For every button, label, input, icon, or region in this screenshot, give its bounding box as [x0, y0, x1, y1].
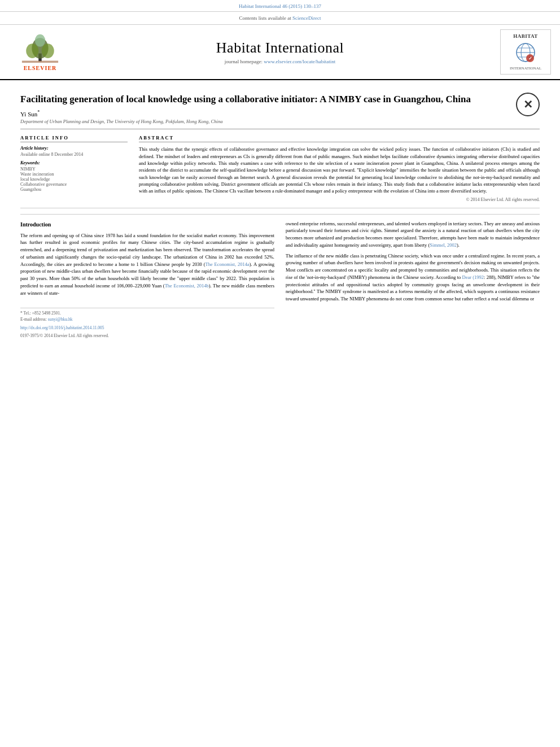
abstract-label: ABSTRACT	[139, 135, 540, 142]
intro-heading: Introduction	[20, 220, 274, 229]
article-affiliation: Department of Urban Planning and Design,…	[20, 119, 510, 124]
issn-line: 0197-3975/© 2014 Elsevier Ltd. All right…	[20, 333, 274, 339]
footer-notes: * Tel.: +852 5498 2501. E-mail address: …	[20, 308, 274, 339]
elsevier-brand-text: ELSEVIER	[24, 65, 57, 71]
svg-text:✓: ✓	[528, 56, 532, 61]
body-para-right-2: The influence of the new middle class is…	[286, 252, 540, 303]
abstract-column: ABSTRACT This study claims that the syne…	[139, 135, 540, 202]
habitat-logo-subtitle: INTERNATIONAL	[510, 66, 541, 71]
journal-reference-text: Habitat International 46 (2015) 130–137	[239, 3, 321, 9]
info-columns: ARTICLE INFO Article history: Available …	[20, 129, 540, 208]
keyword-local-knowledge: local knowledge	[20, 177, 128, 182]
article-title-section: Facilitating generation of local knowled…	[20, 87, 540, 129]
svg-rect-5	[22, 61, 58, 63]
article-title-text: Facilitating generation of local knowled…	[20, 93, 510, 124]
article-history-label: Article history:	[20, 146, 128, 151]
body-column-right: owned enterprise reforms, successful ent…	[286, 220, 540, 339]
article-author: Yi Sun*	[20, 110, 510, 117]
journal-title: Habitat International	[71, 40, 489, 56]
journal-reference-bar: Habitat International 46 (2015) 130–137	[0, 0, 560, 12]
habitat-logo-area: HABITAT ✓ INTERNATIONAL	[489, 29, 551, 75]
crossmark-badge: ✕	[516, 93, 540, 116]
elsevier-tree-icon	[20, 33, 60, 64]
email-link[interactable]: sunyi@hku.hk	[48, 317, 73, 322]
body-column-left: Introduction The reform and opening up o…	[20, 220, 274, 339]
svg-point-2	[26, 43, 38, 58]
simmel-2002-link[interactable]: Simmel, 2002	[430, 242, 457, 248]
body-para-1: The reform and opening up of China since…	[20, 232, 274, 297]
main-content: Facilitating generation of local knowled…	[0, 80, 560, 344]
author-name: Yi Sun	[20, 110, 37, 117]
homepage-label: journal homepage:	[225, 59, 262, 64]
section-divider	[20, 214, 540, 215]
keyword-nimby: NIMBY	[20, 167, 128, 172]
habitat-globe-icon: ✓	[514, 41, 537, 64]
abstract-text: This study claims that the synergic effe…	[139, 146, 540, 194]
body-para-right-1: owned enterprise reforms, successful ent…	[286, 220, 540, 249]
keyword-guangzhou: Guangzhou	[20, 187, 128, 192]
email-note: E-mail address: sunyi@hku.hk	[20, 317, 274, 323]
economist-2014a-link[interactable]: The Economist, 2014a	[205, 261, 250, 267]
crossmark-circle: ✕	[516, 93, 540, 116]
tel-note: * Tel.: +852 5498 2501.	[20, 311, 274, 317]
doi-url[interactable]: http://dx.doi.org/10.1016/j.habitatint.2…	[20, 325, 104, 330]
contents-note-bar: Contents lists available at ScienceDirec…	[0, 12, 560, 25]
keywords-list: NIMBY Waste incineration local knowledge…	[20, 167, 128, 192]
habitat-logo-box: HABITAT ✓ INTERNATIONAL	[500, 29, 551, 75]
copyright-line: © 2014 Elsevier Ltd. All rights reserved…	[139, 197, 540, 202]
author-superscript: *	[37, 110, 40, 115]
economist-2014b-link[interactable]: The Economist, 2014b	[165, 283, 209, 289]
journal-title-area: Habitat International journal homepage: …	[71, 40, 489, 64]
journal-header: ELSEVIER Habitat International journal h…	[0, 25, 560, 80]
elsevier-logo-area: ELSEVIER	[9, 33, 71, 71]
available-online-value: Available online 8 December 2014	[20, 152, 128, 157]
svg-point-3	[42, 43, 54, 58]
contents-label: Contents lists available at	[239, 15, 291, 21]
keyword-waste: Waste incineration	[20, 172, 128, 177]
homepage-url-link[interactable]: www.elsevier.com/locate/habitatint	[264, 59, 335, 64]
article-info-label: ARTICLE INFO	[20, 135, 128, 142]
keyword-collaborative: Collaborative governance	[20, 182, 128, 187]
tel-label: * Tel.: +852 5498 2501.	[20, 311, 61, 316]
sciencedirect-link[interactable]: ScienceDirect	[292, 15, 321, 21]
habitat-logo-title: HABITAT	[513, 33, 538, 39]
doi-line: http://dx.doi.org/10.1016/j.habitatint.2…	[20, 325, 274, 331]
svg-point-4	[35, 34, 45, 47]
article-info-column: ARTICLE INFO Article history: Available …	[20, 135, 128, 202]
journal-homepage: journal homepage: www.elsevier.com/locat…	[71, 59, 489, 64]
dear-1992-link[interactable]: Dear (1992	[462, 274, 484, 280]
email-label: E-mail address:	[20, 317, 47, 322]
article-main-title: Facilitating generation of local knowled…	[20, 93, 510, 106]
keywords-label: Keywords:	[20, 160, 128, 165]
body-columns: Introduction The reform and opening up o…	[20, 220, 540, 339]
